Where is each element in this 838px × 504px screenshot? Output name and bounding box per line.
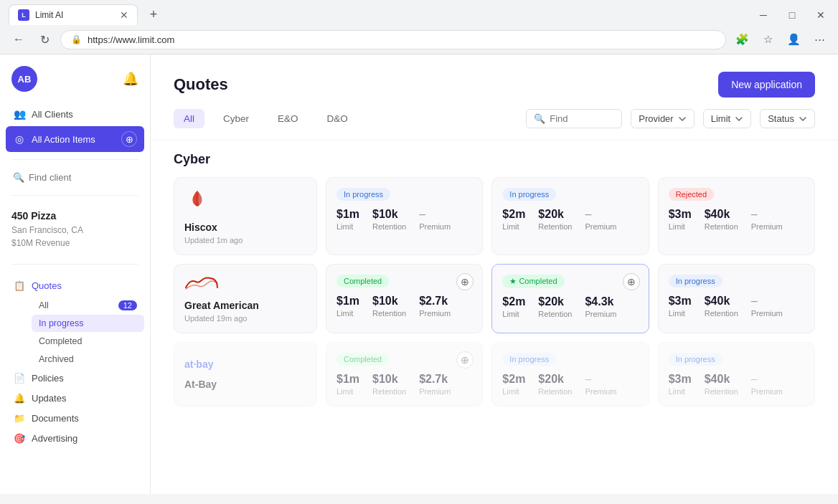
premium-metric: – Premium — [419, 208, 451, 231]
limit-value: $3m — [669, 208, 692, 221]
status-filter[interactable]: Status — [760, 109, 815, 128]
tab-cyber[interactable]: Cyber — [213, 109, 259, 128]
star-icon: ★ — [509, 277, 517, 285]
all-badge: 12 — [118, 300, 137, 310]
window-controls: ─ □ ✕ — [755, 6, 829, 24]
maximize-button[interactable]: □ — [783, 6, 801, 24]
quotes-icon: 📋 — [13, 280, 26, 291]
extensions-button[interactable]: 🧩 — [732, 29, 752, 49]
sidebar-item-all-clients[interactable]: 👥 All Clients — [6, 103, 144, 125]
retention-value: $10k — [372, 208, 406, 221]
find-client-input[interactable] — [29, 172, 137, 183]
sidebar-item-advertising[interactable]: 🎯 Advertising — [6, 429, 144, 448]
retention-metric: $40k Retention — [705, 295, 738, 318]
sidebar-item-quotes[interactable]: 📋 Quotes — [6, 276, 144, 295]
url-text: https://www.limit.com — [88, 34, 174, 45]
premium-value: – — [585, 208, 616, 221]
policies-label: Policies — [32, 373, 64, 384]
quotes-sub-items: All 12 In progress Completed Archived — [6, 297, 144, 368]
card-action-button[interactable]: ⊕ — [456, 351, 474, 369]
browser-actions: 🧩 ☆ 👤 ⋯ — [732, 29, 829, 49]
card-action-button[interactable]: ⊕ — [456, 273, 474, 290]
address-bar[interactable]: 🔒 https://www.limit.com — [60, 30, 726, 49]
search-box[interactable]: 🔍 — [526, 109, 622, 128]
quote-metrics: $3m Limit $40k Retention – Premium — [669, 208, 804, 231]
profile-button[interactable]: 👤 — [783, 29, 804, 49]
at-bay-row: at·bay At-Bay Completed $1m Limit — [174, 342, 815, 406]
card-action-button[interactable]: ⊕ — [623, 273, 640, 290]
limit-label: Limit — [502, 310, 525, 318]
quote-metrics: $2m Limit $20k Retention – Premium — [502, 373, 638, 396]
chevron-down-icon — [678, 115, 687, 123]
sidebar-sub-item-archived[interactable]: Archived — [32, 351, 144, 368]
menu-button[interactable]: ⋯ — [809, 29, 829, 49]
retention-value: $20k — [538, 373, 572, 386]
premium-value: – — [751, 373, 783, 386]
sidebar-item-documents[interactable]: 📁 Documents — [6, 409, 144, 428]
sidebar-item-updates[interactable]: 🔔 Updates — [6, 389, 144, 408]
premium-label: Premium — [419, 387, 451, 396]
great-american-logo-svg — [184, 275, 219, 292]
limit-metric: $3m Limit — [669, 208, 692, 231]
sidebar-sub-item-in-progress[interactable]: In progress — [32, 315, 144, 332]
limit-metric: $1m Limit — [336, 295, 359, 318]
sidebar-item-all-action-items[interactable]: ◎ All Action Items ⊕ — [6, 126, 144, 152]
tab-close-button[interactable]: ✕ — [120, 9, 128, 21]
main-header: Quotes New application — [151, 54, 838, 109]
search-input[interactable] — [550, 113, 614, 124]
search-icon: 🔍 — [534, 113, 545, 124]
retention-label: Retention — [705, 387, 738, 396]
retention-value: $20k — [538, 208, 572, 221]
retention-metric: $10k Retention — [372, 208, 406, 231]
limit-value: $3m — [669, 373, 692, 386]
retention-value: $10k — [372, 295, 406, 308]
status-badge: In progress — [502, 188, 556, 201]
retention-label: Retention — [705, 309, 738, 318]
limit-filter[interactable]: Limit — [703, 109, 751, 128]
notification-icon[interactable]: 🔔 — [123, 71, 138, 87]
advertising-label: Advertising — [32, 433, 77, 444]
documents-icon: 📁 — [13, 413, 26, 424]
browser-tab[interactable]: L Limit AI ✕ — [9, 4, 138, 25]
quote-metrics: $1m Limit $10k Retention $2.7k Premium — [336, 373, 472, 396]
premium-value: $4.3k — [585, 295, 616, 308]
limit-value: $1m — [336, 295, 359, 308]
premium-label: Premium — [419, 309, 451, 318]
refresh-button[interactable]: ↻ — [34, 29, 55, 49]
retention-metric: $20k Retention — [538, 295, 572, 318]
sidebar-section: 📋 Quotes All 12 In progress Completed Ar… — [0, 276, 150, 449]
new-application-button[interactable]: New application — [718, 72, 815, 98]
new-tab-button[interactable]: + — [143, 5, 164, 25]
tab-eo[interactable]: E&O — [268, 109, 309, 128]
premium-value: – — [751, 208, 783, 221]
close-button[interactable]: ✕ — [812, 6, 829, 24]
sidebar-divider-3 — [11, 264, 138, 265]
quote-metrics: $3m Limit $40k Retention – Premium — [669, 373, 804, 396]
sidebar-sub-item-all[interactable]: All 12 — [32, 297, 144, 314]
find-client-icon: 🔍 — [13, 172, 24, 183]
retention-metric: $10k Retention — [372, 295, 406, 318]
client-revenue: $10M Revenue — [11, 237, 138, 249]
provider-filter[interactable]: Provider — [631, 109, 694, 128]
premium-value: – — [585, 373, 616, 386]
great-american-name: Great American — [184, 300, 306, 311]
bookmark-button[interactable]: ☆ — [758, 29, 778, 49]
at-bay-provider-card: at·bay At-Bay — [174, 342, 317, 406]
retention-label: Retention — [538, 222, 572, 231]
documents-label: Documents — [32, 413, 79, 424]
great-american-quote-3: In progress $3m Limit $40k Retention – P — [658, 264, 815, 333]
quotes-label: Quotes — [32, 280, 62, 291]
sidebar-item-policies[interactable]: 📄 Policies — [6, 369, 144, 388]
tab-do[interactable]: D&O — [317, 109, 358, 128]
premium-label: Premium — [751, 387, 783, 396]
all-clients-icon: 👥 — [13, 108, 26, 120]
sidebar-divider-1 — [11, 159, 138, 160]
retention-metric: $20k Retention — [538, 373, 572, 396]
tab-all[interactable]: All — [174, 109, 204, 128]
sidebar-sub-item-completed[interactable]: Completed — [32, 333, 144, 350]
hiscox-quote-3: Rejected $3m Limit $40k Retention – Prem — [658, 177, 815, 255]
premium-metric: – Premium — [585, 208, 616, 231]
back-button[interactable]: ← — [9, 29, 29, 49]
minimize-button[interactable]: ─ — [755, 6, 772, 24]
premium-label: Premium — [585, 387, 616, 396]
